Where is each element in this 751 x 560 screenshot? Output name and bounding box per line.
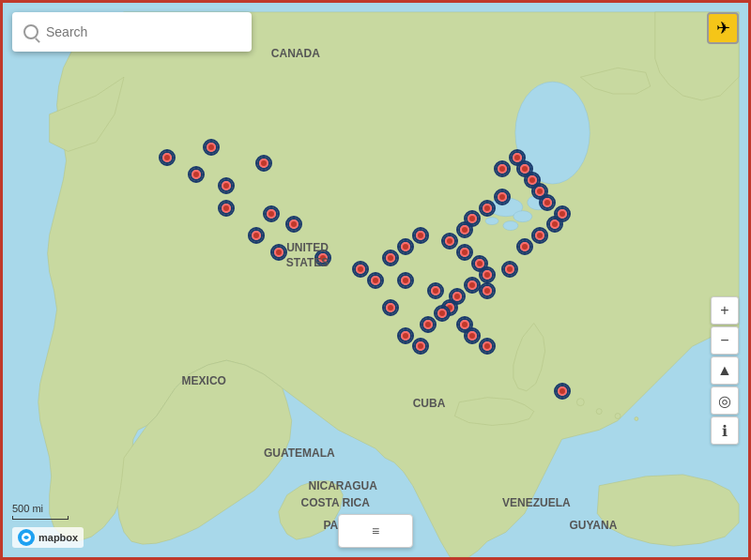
map-pin[interactable] (412, 338, 429, 355)
compass-button[interactable]: ▲ (711, 356, 739, 385)
map-pin[interactable] (367, 272, 384, 289)
map-pin[interactable] (263, 205, 280, 222)
map-pin[interactable] (255, 155, 272, 172)
map-pin[interactable] (203, 139, 220, 156)
map-container: CANADA UNITEDSTATES MEXICO CUBA GUATEMAL… (0, 0, 751, 560)
map-pin[interactable] (397, 272, 414, 289)
map-pin[interactable] (449, 288, 466, 305)
hamburger-icon: ≡ (372, 523, 379, 538)
scale-indicator: 500 mi (12, 503, 69, 520)
info-button[interactable]: ℹ (711, 416, 739, 445)
locate-button[interactable]: ◎ (711, 386, 739, 415)
search-input[interactable] (46, 24, 240, 39)
map-pin[interactable] (554, 205, 571, 222)
map-pin[interactable] (494, 189, 511, 205)
scale-text: 500 mi (12, 503, 43, 514)
map-pin[interactable] (218, 200, 235, 217)
map-pin[interactable] (270, 244, 287, 261)
search-bar[interactable] (12, 12, 252, 52)
map-pin[interactable] (434, 305, 451, 322)
svg-point-7 (503, 221, 518, 231)
map-pin[interactable] (248, 227, 265, 244)
map-pin[interactable] (479, 282, 496, 299)
mapbox-label: mapbox (38, 532, 78, 543)
map-pin[interactable] (464, 277, 481, 294)
svg-point-8 (485, 218, 498, 225)
map-pin[interactable] (420, 316, 437, 333)
svg-point-1 (596, 409, 602, 415)
svg-point-6 (513, 211, 532, 222)
map-pin[interactable] (285, 216, 302, 233)
map-pin[interactable] (382, 299, 399, 316)
map-pin[interactable] (427, 282, 444, 299)
menu-button[interactable]: ≡ (338, 514, 413, 548)
search-icon (23, 24, 38, 39)
zoom-out-button[interactable]: − (711, 326, 739, 355)
mapbox-circle-icon (18, 529, 35, 546)
mapbox-logo: mapbox (12, 527, 84, 548)
map-pin[interactable] (479, 200, 496, 217)
map-pin[interactable] (456, 221, 473, 238)
map-pin[interactable] (494, 160, 511, 177)
map-pin[interactable] (509, 149, 526, 166)
map-pin[interactable] (554, 383, 571, 400)
map-pin[interactable] (188, 166, 205, 183)
svg-point-3 (635, 417, 638, 421)
map-pin[interactable] (412, 227, 429, 244)
map-pin[interactable] (314, 250, 331, 266)
airplane-icon: ✈ (716, 18, 730, 38)
map-pin[interactable] (501, 261, 518, 278)
map-pin[interactable] (479, 338, 496, 355)
map-pin[interactable] (218, 177, 235, 194)
map-pin[interactable] (397, 327, 414, 344)
svg-point-2 (615, 414, 621, 419)
svg-point-0 (576, 399, 584, 406)
scale-bar (12, 516, 69, 520)
map-pin[interactable] (159, 149, 176, 166)
map-controls: + − ▲ ◎ ℹ (711, 296, 739, 445)
airplane-button[interactable]: ✈ (707, 12, 739, 44)
map-pin[interactable] (479, 266, 496, 283)
zoom-in-button[interactable]: + (711, 296, 739, 325)
